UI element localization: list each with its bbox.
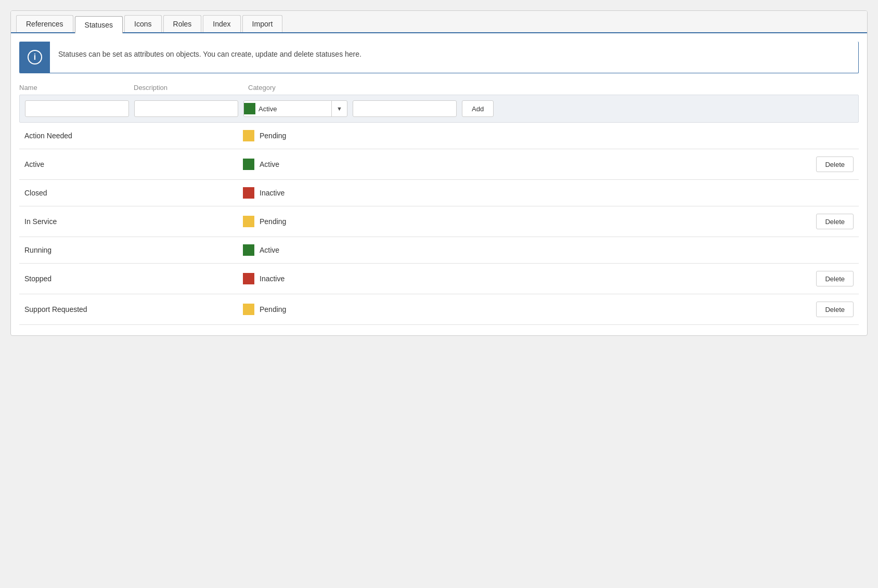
delete-button[interactable]: Delete — [816, 156, 854, 172]
category-select[interactable]: Active ▼ — [243, 100, 347, 117]
category-color-swatch — [243, 273, 254, 284]
row-actions: Delete — [567, 264, 859, 294]
category-label: Pending — [260, 305, 286, 313]
statuses-table: Action NeededPendingActiveActiveDeleteCl… — [19, 123, 859, 325]
category-label: Active — [260, 160, 279, 168]
category-color-swatch — [243, 216, 254, 227]
column-headers: Name Description Category — [19, 84, 859, 95]
category-color-swatch — [243, 187, 254, 199]
tab-bar: References Statuses Icons Roles Index Im… — [11, 11, 867, 33]
row-actions: Delete — [567, 206, 859, 237]
table-row: Action NeededPending — [19, 123, 859, 149]
row-actions — [567, 123, 859, 149]
row-name: Active — [19, 149, 238, 180]
category-label: Pending — [260, 217, 286, 226]
row-category: Pending — [238, 123, 567, 149]
table-row: Support RequestedPendingDelete — [19, 294, 859, 325]
tab-statuses[interactable]: Statuses — [75, 16, 123, 33]
row-category: Pending — [238, 294, 567, 325]
category-select-label: Active — [255, 105, 331, 113]
row-actions: Delete — [567, 149, 859, 180]
category-color-swatch — [243, 159, 254, 170]
extra-input[interactable] — [353, 100, 457, 117]
table-row: ClosedInactive — [19, 180, 859, 206]
description-input[interactable] — [134, 100, 238, 117]
tab-roles[interactable]: Roles — [163, 15, 202, 32]
row-actions — [567, 180, 859, 206]
tab-icons[interactable]: Icons — [124, 15, 161, 32]
col-header-description: Description — [134, 84, 248, 92]
category-color-swatch — [243, 130, 254, 141]
table-row: StoppedInactiveDelete — [19, 264, 859, 294]
category-label: Inactive — [260, 189, 285, 197]
category-color-swatch — [243, 304, 254, 315]
tab-index[interactable]: Index — [203, 15, 240, 32]
page-wrapper: References Statuses Icons Roles Index Im… — [10, 10, 868, 336]
info-text: Statuses can be set as attributes on obj… — [50, 42, 370, 73]
add-button[interactable]: Add — [462, 100, 494, 117]
category-label: Pending — [260, 132, 286, 140]
row-name: Running — [19, 237, 238, 264]
row-category: Inactive — [238, 264, 567, 294]
add-row: Active ▼ Add — [19, 95, 859, 123]
info-icon-block: i — [20, 42, 50, 73]
row-name: Action Needed — [19, 123, 238, 149]
table-row: In ServicePendingDelete — [19, 206, 859, 237]
delete-button[interactable]: Delete — [816, 214, 854, 229]
info-icon: i — [28, 50, 42, 64]
row-name: Closed — [19, 180, 238, 206]
table-row: ActiveActiveDelete — [19, 149, 859, 180]
col-header-name: Name — [19, 84, 134, 92]
category-color-indicator — [244, 103, 255, 114]
table-row: RunningActive — [19, 237, 859, 264]
row-category: Inactive — [238, 180, 567, 206]
tab-import[interactable]: Import — [242, 15, 283, 32]
category-dropdown-arrow[interactable]: ▼ — [331, 101, 347, 116]
name-input[interactable] — [25, 100, 129, 117]
row-actions: Delete — [567, 294, 859, 325]
row-category: Active — [238, 237, 567, 264]
row-name: Support Requested — [19, 294, 238, 325]
tab-references[interactable]: References — [16, 15, 73, 32]
col-header-category: Category — [248, 84, 383, 92]
delete-button[interactable]: Delete — [816, 271, 854, 286]
info-banner: i Statuses can be set as attributes on o… — [19, 42, 859, 73]
row-category: Active — [238, 149, 567, 180]
category-label: Inactive — [260, 275, 285, 283]
row-name: Stopped — [19, 264, 238, 294]
row-name: In Service — [19, 206, 238, 237]
content-area: Name Description Category Active ▼ Add A… — [11, 73, 867, 335]
category-color-swatch — [243, 244, 254, 256]
row-actions — [567, 237, 859, 264]
row-category: Pending — [238, 206, 567, 237]
delete-button[interactable]: Delete — [816, 302, 854, 317]
category-label: Active — [260, 246, 279, 254]
